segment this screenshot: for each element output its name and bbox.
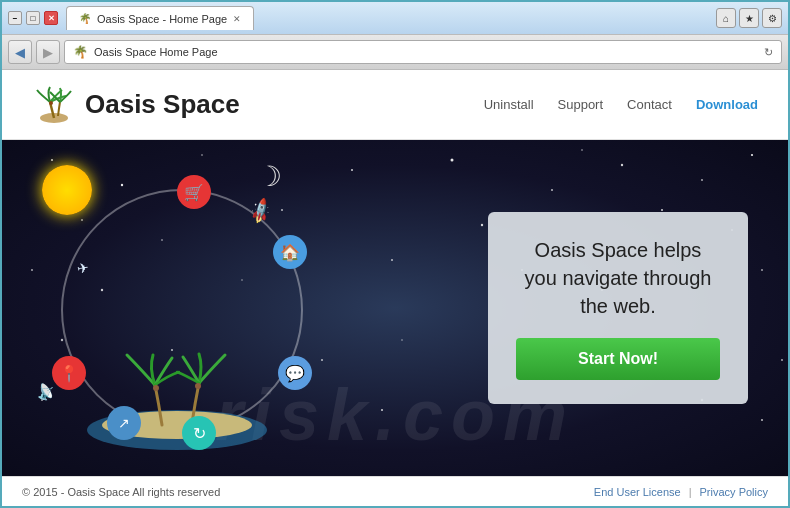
- tab-close-icon[interactable]: ✕: [233, 14, 241, 24]
- location-icon: 📍: [52, 356, 86, 390]
- home-orbit-icon: 🏠: [273, 235, 307, 269]
- svg-point-41: [195, 383, 201, 389]
- footer-privacy-link[interactable]: Privacy Policy: [700, 486, 768, 498]
- bookmark-icon[interactable]: ★: [739, 8, 759, 28]
- start-now-button[interactable]: Start Now!: [516, 338, 720, 380]
- home-icon[interactable]: ⌂: [716, 8, 736, 28]
- nav-support[interactable]: Support: [558, 97, 604, 112]
- refresh-icon[interactable]: ↻: [764, 46, 773, 59]
- footer-links: End User License | Privacy Policy: [594, 486, 768, 498]
- info-box: Oasis Space helps you navigate through t…: [488, 212, 748, 404]
- svg-point-40: [153, 385, 159, 391]
- plane-icon: ✈: [76, 259, 91, 277]
- illustration-area: ☽: [22, 150, 362, 470]
- address-bar[interactable]: 🌴 Oasis Space Home Page ↻: [64, 40, 782, 64]
- refresh-orbit-icon: ↻: [182, 416, 216, 450]
- tab-area: 🌴 Oasis Space - Home Page ✕: [66, 6, 712, 30]
- active-tab[interactable]: 🌴 Oasis Space - Home Page ✕: [66, 6, 254, 30]
- nav-contact[interactable]: Contact: [627, 97, 672, 112]
- svg-point-1: [49, 101, 53, 105]
- close-button[interactable]: ✕: [44, 11, 58, 25]
- nav-uninstall[interactable]: Uninstall: [484, 97, 534, 112]
- logo-text: Oasis Space: [85, 89, 240, 120]
- footer-eula-link[interactable]: End User License: [594, 486, 681, 498]
- browser-window: − □ ✕ 🌴 Oasis Space - Home Page ✕ ⌂ ★ ⚙ …: [0, 0, 790, 508]
- address-favicon: 🌴: [73, 45, 88, 59]
- site-header: Oasis Space Uninstall Support Contact Do…: [2, 70, 788, 140]
- tab-label: Oasis Space - Home Page: [97, 13, 227, 25]
- back-button[interactable]: ◀: [8, 40, 32, 64]
- nav-download[interactable]: Download: [696, 97, 758, 112]
- titlebar-right-controls: ⌂ ★ ⚙: [716, 8, 782, 28]
- logo-area: Oasis Space: [32, 82, 240, 127]
- site-nav: Uninstall Support Contact Download: [484, 97, 758, 112]
- forward-button[interactable]: ▶: [36, 40, 60, 64]
- footer-copyright: © 2015 - Oasis Space All rights reserved: [22, 486, 220, 498]
- forward-icon: ▶: [43, 45, 53, 60]
- hero-section: risk.com: [2, 140, 788, 476]
- logo-icon: [32, 82, 77, 127]
- titlebar: − □ ✕ 🌴 Oasis Space - Home Page ✕ ⌂ ★ ⚙: [2, 2, 788, 34]
- maximize-button[interactable]: □: [26, 11, 40, 25]
- hero-tagline: Oasis Space helps you navigate through t…: [516, 236, 720, 320]
- footer-separator: |: [689, 486, 692, 498]
- address-text: Oasis Space Home Page: [94, 46, 758, 58]
- export-icon: ↗: [107, 406, 141, 440]
- site-footer: © 2015 - Oasis Space All rights reserved…: [2, 476, 788, 506]
- site-content: Oasis Space Uninstall Support Contact Do…: [2, 70, 788, 506]
- navbar: ◀ ▶ 🌴 Oasis Space Home Page ↻: [2, 34, 788, 70]
- back-icon: ◀: [15, 45, 25, 60]
- chat-icon: 💬: [278, 356, 312, 390]
- tab-favicon: 🌴: [79, 13, 91, 24]
- window-controls: − □ ✕: [8, 11, 58, 25]
- cart-icon: 🛒: [177, 175, 211, 209]
- minimize-button[interactable]: −: [8, 11, 22, 25]
- island-svg: [77, 310, 277, 450]
- settings-icon[interactable]: ⚙: [762, 8, 782, 28]
